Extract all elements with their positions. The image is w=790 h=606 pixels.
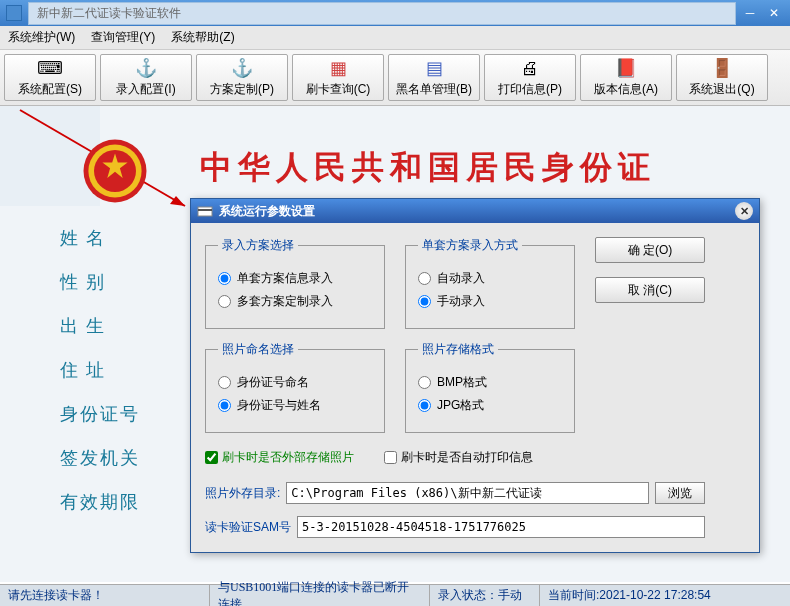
radio-name-by-id[interactable]: 身份证号命名 <box>218 374 372 391</box>
sam-label: 读卡验证SAM号 <box>205 519 291 536</box>
label-birth: 出生 <box>60 314 140 338</box>
dialog-close-button[interactable]: ✕ <box>735 202 753 220</box>
toolbar: ⌨系统配置(S) ⚓录入配置(I) ⚓方案定制(P) ▦刷卡查询(C) ▤黑名单… <box>0 50 790 106</box>
group-scheme-select: 录入方案选择 单套方案信息录入 多套方案定制录入 <box>205 237 385 329</box>
exit-button[interactable]: 🚪系统退出(Q) <box>676 54 768 101</box>
group-photo-name: 照片命名选择 身份证号命名 身份证号与姓名 <box>205 341 385 433</box>
id-card-title: 中华人民共和国居民身份证 <box>200 146 656 190</box>
door-icon: 🚪 <box>710 57 734 79</box>
label-idno: 身份证号 <box>60 402 140 426</box>
menu-query[interactable]: 查询管理(Y) <box>91 29 155 46</box>
settings-dialog: 系统运行参数设置 ✕ 录入方案选择 单套方案信息录入 多套方案定制录入 单套方案… <box>190 198 760 553</box>
svg-rect-6 <box>198 207 212 216</box>
main-content: 中华人民共和国居民身份证 姓名 性别 出生 住址 身份证号 签发机关 有效期限 … <box>0 106 790 582</box>
anchor-icon: ⚓ <box>134 57 158 79</box>
ok-button[interactable]: 确 定(O) <box>595 237 705 263</box>
statusbar: 请先连接读卡器！ 与USB1001端口连接的读卡器已断开连接 录入状态：手动 当… <box>0 584 790 606</box>
card-query-button[interactable]: ▦刷卡查询(C) <box>292 54 384 101</box>
group-input-mode: 单套方案录入方式 自动录入 手动录入 <box>405 237 575 329</box>
cancel-button[interactable]: 取 消(C) <box>595 277 705 303</box>
browse-button[interactable]: 浏览 <box>655 482 705 504</box>
radio-name-by-id-name[interactable]: 身份证号与姓名 <box>218 397 372 414</box>
check-external-photo[interactable]: 刷卡时是否外部存储照片 <box>205 449 354 466</box>
radio-auto-input[interactable]: 自动录入 <box>418 270 562 287</box>
version-info-button[interactable]: 📕版本信息(A) <box>580 54 672 101</box>
radio-single-scheme[interactable]: 单套方案信息录入 <box>218 270 372 287</box>
blacklist-button[interactable]: ▤黑名单管理(B) <box>388 54 480 101</box>
status-input-mode: 录入状态：手动 <box>430 585 540 606</box>
radio-jpg[interactable]: JPG格式 <box>418 397 562 414</box>
grid-icon: ▦ <box>326 57 350 79</box>
keyboard-icon: ⌨ <box>38 57 62 79</box>
dialog-title: 系统运行参数设置 <box>219 203 735 220</box>
anchor-icon: ⚓ <box>230 57 254 79</box>
app-icon <box>6 5 22 21</box>
label-authority: 签发机关 <box>60 446 140 470</box>
radio-bmp[interactable]: BMP格式 <box>418 374 562 391</box>
dialog-titlebar: 系统运行参数设置 ✕ <box>191 199 759 223</box>
printer-icon: 🖨 <box>518 57 542 79</box>
list-icon: ▤ <box>422 57 446 79</box>
svg-rect-7 <box>198 209 212 211</box>
window-titlebar: 新中新二代证读卡验证软件 ─ ✕ <box>0 0 790 26</box>
path-label: 照片外存目录: <box>205 485 280 502</box>
radio-multi-scheme[interactable]: 多套方案定制录入 <box>218 293 372 310</box>
menubar: 系统维护(W) 查询管理(Y) 系统帮助(Z) <box>0 26 790 50</box>
national-emblem-icon <box>80 136 150 206</box>
window-title: 新中新二代证读卡验证软件 <box>28 2 736 25</box>
status-time: 当前时间:2021-10-22 17:28:54 <box>540 585 790 606</box>
status-connect: 请先连接读卡器！ <box>0 585 210 606</box>
field-labels: 姓名 性别 出生 住址 身份证号 签发机关 有效期限 <box>60 226 140 514</box>
print-info-button[interactable]: 🖨打印信息(P) <box>484 54 576 101</box>
label-address: 住址 <box>60 358 140 382</box>
radio-manual-input[interactable]: 手动录入 <box>418 293 562 310</box>
svg-marker-1 <box>170 196 185 206</box>
menu-maintain[interactable]: 系统维护(W) <box>8 29 75 46</box>
check-auto-print[interactable]: 刷卡时是否自动打印信息 <box>384 449 533 466</box>
minimize-button[interactable]: ─ <box>740 4 760 22</box>
input-config-button[interactable]: ⚓录入配置(I) <box>100 54 192 101</box>
scheme-custom-button[interactable]: ⚓方案定制(P) <box>196 54 288 101</box>
label-name: 姓名 <box>60 226 140 250</box>
sys-config-button[interactable]: ⌨系统配置(S) <box>4 54 96 101</box>
label-valid: 有效期限 <box>60 490 140 514</box>
menu-help[interactable]: 系统帮助(Z) <box>171 29 234 46</box>
sam-input[interactable] <box>297 516 705 538</box>
status-port: 与USB1001端口连接的读卡器已断开连接 <box>210 585 430 606</box>
group-photo-format: 照片存储格式 BMP格式 JPG格式 <box>405 341 575 433</box>
book-icon: 📕 <box>614 57 638 79</box>
close-button[interactable]: ✕ <box>764 4 784 22</box>
path-input[interactable] <box>286 482 649 504</box>
card-icon <box>197 203 213 219</box>
label-sex: 性别 <box>60 270 140 294</box>
